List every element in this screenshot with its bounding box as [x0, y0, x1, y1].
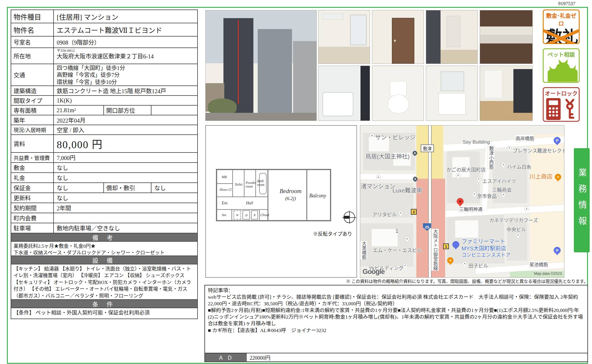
- wall: [217, 209, 268, 210]
- station-exit-2[interactable]: 2: [411, 209, 417, 215]
- row-value: 2022年04月: [54, 115, 197, 125]
- guarantee-value: なし: [54, 183, 104, 193]
- map-pin[interactable]: [462, 261, 467, 266]
- map-pin[interactable]: [524, 207, 529, 211]
- special-notes-paragraph: ■解約予告2ヶ月前(月割)■短期解約違約金:1年未満の解約で家賃・共益費の1ヶ月…: [208, 307, 585, 327]
- window: [350, 15, 367, 45]
- property-location-pin[interactable]: [457, 198, 464, 205]
- washer-label: W: [236, 213, 238, 217]
- map-pin[interactable]: [405, 237, 409, 241]
- row-value: [住居用] マンション: [54, 10, 197, 23]
- parking-pin[interactable]: P: [554, 137, 561, 144]
- row-parking: 駐車場 敷地内駐車場／空きなし: [11, 223, 197, 233]
- vanity: [439, 93, 466, 115]
- map-label-hoshiikebashi: 星池橋筋: [530, 261, 548, 268]
- map-pin[interactable]: [507, 146, 512, 150]
- photo-washstand: [426, 66, 478, 121]
- map-pin[interactable]: [476, 177, 481, 181]
- map-label-kyoichi: 京市食品: [477, 192, 497, 199]
- map-pin[interactable]: [501, 192, 506, 197]
- floor: [441, 50, 477, 64]
- ad-label: Ａ Ｄ: [205, 353, 247, 361]
- address-zip: 〒556-0012: [57, 49, 197, 53]
- map-label-kanetetsu: カネテツデリカフーズ: [489, 216, 538, 224]
- toilet-bowl: [388, 94, 409, 114]
- row-layout-type: 間取タイプ 1K(K): [11, 96, 197, 106]
- map-pin[interactable]: [472, 192, 477, 196]
- row-label: 築年: [11, 115, 54, 125]
- map-pin[interactable]: [456, 173, 460, 178]
- address-value: 大阪府大阪市浪速区敷津東２丁目6-14: [57, 53, 197, 60]
- photo-toilet: [372, 66, 424, 121]
- map-label-shikitsu: 敷津: [421, 144, 434, 152]
- wall: [217, 197, 268, 197]
- building-right: [293, 41, 316, 114]
- row-floor-area: 専有面積 21.81m² 開口部方位: [11, 106, 197, 115]
- equipment-text: 【キッチン】 給湯器 【水廻り】 トイレ・洗面台（独立）・浴室乾燥機・バス・トイ…: [11, 264, 197, 300]
- kitchen-stove: ◎: [242, 210, 250, 220]
- bedroom-name: Bedroom: [275, 188, 306, 194]
- row-property-type: 物件種目 [住居用] マンション: [11, 10, 197, 23]
- room-label-toilet: Toilet: [235, 183, 242, 186]
- building-highlight-line: [238, 20, 239, 104]
- badge-pets-allowed: ペット相談: [543, 48, 580, 83]
- map-pin[interactable]: [501, 162, 506, 167]
- map-pin[interactable]: [403, 263, 407, 268]
- map-pin[interactable]: [376, 175, 381, 180]
- remarks-line: 下水道・収納スペース・ダブルロックドア・シャワー・クローゼット: [14, 249, 195, 256]
- intercom-screen: [549, 100, 558, 105]
- compass-icon: [344, 211, 355, 223]
- mirror: [441, 71, 464, 91]
- key-icon: [563, 98, 576, 120]
- special-notes-title: 特記事項：: [208, 287, 585, 294]
- restaurant-pin[interactable]: [447, 257, 454, 264]
- map-label-num1: 1: [395, 228, 399, 234]
- map-pin[interactable]: [516, 232, 520, 237]
- amortization-value: なし: [151, 183, 197, 193]
- row-label: 保証金: [11, 183, 54, 193]
- rent-value: 80,000 円: [54, 135, 197, 152]
- door-handle: [394, 40, 396, 42]
- map-label-presance: プレサンス難波セレクト: [513, 147, 564, 154]
- conditions-text: 【条件】 ペット相談・外国人契約可能・保証会社利用必須: [11, 308, 197, 319]
- parking-pin[interactable]: P: [554, 247, 561, 254]
- access-line: 環状線「今宮」徒歩10分: [57, 79, 197, 86]
- wall: [217, 183, 233, 184]
- map-pin[interactable]: [399, 211, 403, 215]
- lower-cabinet: [480, 43, 532, 64]
- room-label-shoes: Shoes Cl: [219, 188, 232, 192]
- map-block: [372, 229, 398, 246]
- row-built-year: 築年 2022年04月: [11, 115, 197, 125]
- station-exit-1[interactable]: 1: [443, 243, 449, 249]
- row-label: 契約期間: [11, 203, 54, 213]
- counter: [480, 35, 532, 43]
- map-pin[interactable]: [370, 133, 374, 138]
- room-label-balcony: Balcony: [309, 193, 326, 199]
- convenience-store-pin[interactable]: [452, 241, 459, 248]
- location-map[interactable]: 2 1 25 大阪メトロ御堂筋線 敷津 P P サン・ビレッジ 鳥居(大国主神社…: [360, 125, 564, 278]
- row-structure: 建築構造 鉄筋コンクリート造 地上15階 総戸数124戸: [11, 86, 197, 96]
- street: [206, 113, 316, 121]
- opening-direction-label: 開口部方位: [104, 106, 151, 115]
- map-pin-shrine[interactable]: [413, 151, 417, 155]
- map-attribution: Map data ©2023: [534, 271, 562, 276]
- row-value: なし: [54, 163, 197, 172]
- wall: [244, 170, 244, 197]
- crossed-kanji: 敷 礼: [544, 29, 579, 44]
- equipment-header: 設 備: [11, 256, 197, 264]
- map-pin-luxe[interactable]: [413, 177, 418, 181]
- row-rent: 賃料 80,000 円: [11, 135, 197, 153]
- row-label: 交通: [11, 64, 54, 85]
- map-disclaimer: ※ この資料は物件の概略紹介資料になります。写真、間取図面、設備、概要などが現況…: [204, 278, 588, 284]
- ad-value: 220000円: [247, 353, 587, 361]
- refrigerator-label: R: [254, 213, 256, 217]
- photo-kitchen-floor: [480, 66, 533, 121]
- map-label-daikokubashi: 大黒橋筋: [360, 241, 367, 260]
- ad-row: Ａ Ｄ 220000円: [205, 353, 587, 361]
- row-value: なし: [54, 193, 197, 203]
- access-line: 高野線「今宮戎」徒歩7分: [57, 72, 197, 79]
- row-address: 所在地 〒556-0012 大阪府大阪市浪速区敷津東２丁目6-14: [11, 48, 197, 64]
- map-label-kagonoya: かごの屋大国町店: [447, 166, 486, 173]
- wall: [232, 209, 232, 220]
- restaurant-pin[interactable]: [555, 174, 561, 180]
